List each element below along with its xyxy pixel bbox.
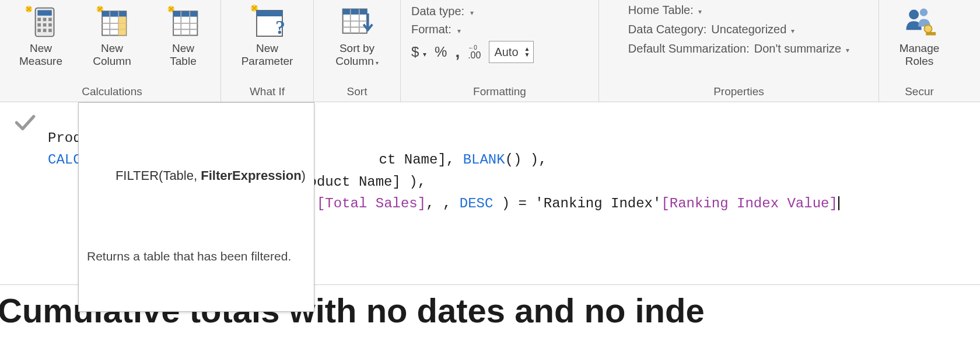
group-security: Manage Roles Secur xyxy=(879,0,951,102)
formula-bar[interactable]: Prod CALCct Name], BLANK() ), FILTER( VA… xyxy=(0,102,980,285)
svg-rect-14 xyxy=(102,11,126,16)
svg-rect-32 xyxy=(343,9,367,15)
table-column-icon xyxy=(93,4,131,41)
percent-button[interactable]: % xyxy=(435,44,447,60)
manage-roles-label: Manage Roles xyxy=(900,42,940,68)
formula-blank-fn: BLANK xyxy=(463,152,505,168)
svg-rect-40 xyxy=(926,32,936,36)
data-type-label: Data type: xyxy=(411,5,464,18)
group-whatif: ? New Parameter What If xyxy=(221,0,314,102)
svg-rect-2 xyxy=(37,10,51,15)
group-title-calculations: Calculations xyxy=(82,83,142,102)
format-dropdown[interactable] xyxy=(457,23,461,36)
formula-total-sales: [Total Sales] xyxy=(317,196,426,211)
svg-rect-10 xyxy=(43,29,47,32)
svg-rect-6 xyxy=(37,23,41,27)
group-calculations: New Measure xyxy=(4,0,221,102)
new-column-label: New Column xyxy=(93,42,131,68)
svg-rect-5 xyxy=(48,18,52,22)
svg-rect-7 xyxy=(43,23,47,27)
new-parameter-label: New Parameter xyxy=(242,42,293,68)
spinner-arrows-icon[interactable]: ▲▼ xyxy=(524,46,530,58)
decimal-places-spinner[interactable]: Auto ▲▼ xyxy=(489,41,534,63)
calculator-icon xyxy=(22,4,60,41)
group-title-sort: Sort xyxy=(347,83,368,102)
new-measure-button[interactable]: New Measure xyxy=(12,2,70,68)
formula-ranking-col: [Ranking Index Value] xyxy=(661,196,837,211)
group-title-whatif: What If xyxy=(250,83,285,102)
svg-rect-22 xyxy=(173,11,197,16)
formula-text[interactable]: Prod CALCct Name], BLANK() ), FILTER( VA… xyxy=(46,106,839,280)
group-formatting: Data type: Format: $ ▾ % , ←0 .00 Auto ▲… xyxy=(401,0,599,102)
intellisense-tooltip: FILTER(Table, FilterExpression) Returns … xyxy=(78,102,314,312)
currency-button[interactable]: $ ▾ xyxy=(411,44,426,60)
sort-icon xyxy=(338,4,376,41)
commit-check-button[interactable] xyxy=(5,106,46,135)
group-title-security: Secur xyxy=(905,83,934,102)
new-column-button[interactable]: New Column xyxy=(83,2,141,68)
group-title-properties: Properties xyxy=(713,83,764,102)
roles-icon xyxy=(901,4,938,41)
sort-by-column-label: Sort by Column xyxy=(335,42,378,68)
tooltip-signature: FILTER(Table, FilterExpression) xyxy=(87,146,306,206)
home-table-label: Home Table: xyxy=(628,4,694,17)
summarization-label: Default Summarization: xyxy=(628,42,750,55)
svg-text:?: ? xyxy=(275,16,285,38)
tooltip-description: Returns a table that has been filtered. xyxy=(87,247,306,266)
format-label: Format: xyxy=(411,23,452,36)
formula-line2-suffix2: () ), xyxy=(505,152,547,168)
group-title-formatting: Formatting xyxy=(411,83,588,102)
svg-rect-11 xyxy=(48,29,52,32)
group-sort: Sort by Column Sort xyxy=(314,0,401,102)
formula-line2-suffix1: ct Name], xyxy=(379,152,463,168)
ribbon-toolbar: New Measure xyxy=(0,0,980,102)
svg-point-37 xyxy=(909,9,919,19)
new-table-button[interactable]: New Table xyxy=(154,2,212,68)
svg-rect-8 xyxy=(48,23,52,27)
thousands-button[interactable]: , xyxy=(455,43,460,61)
summarization-value: Don't summarize xyxy=(754,42,841,55)
parameter-icon: ? xyxy=(249,4,286,41)
data-category-dropdown[interactable] xyxy=(791,23,794,36)
svg-rect-3 xyxy=(37,18,41,22)
new-measure-label: New Measure xyxy=(19,42,62,68)
text-cursor xyxy=(838,196,839,210)
table-icon xyxy=(164,4,202,41)
svg-rect-19 xyxy=(118,17,126,36)
data-category-value: Uncategorized xyxy=(711,23,786,36)
formula-line4-after: ) = 'Ranking Index' xyxy=(493,196,661,211)
formula-line1-prefix: Prod xyxy=(48,130,82,146)
home-table-dropdown[interactable] xyxy=(698,4,702,17)
formula-line2-calc: CALC xyxy=(48,152,82,168)
svg-rect-29 xyxy=(257,11,282,16)
manage-roles-button[interactable]: Manage Roles xyxy=(887,2,951,68)
group-properties: Home Table: Data Category: Uncategorized… xyxy=(599,0,879,102)
svg-rect-4 xyxy=(43,18,47,22)
new-table-label: New Table xyxy=(170,42,196,68)
sort-by-column-button[interactable]: Sort by Column xyxy=(322,2,392,68)
decimal-places-value: Auto xyxy=(494,46,518,59)
svg-point-38 xyxy=(920,9,928,16)
decimal-icon[interactable]: ←0 .00 xyxy=(468,46,481,61)
data-type-dropdown[interactable] xyxy=(470,5,474,18)
svg-point-39 xyxy=(924,25,932,33)
new-parameter-button[interactable]: ? New Parameter xyxy=(229,2,305,68)
svg-rect-9 xyxy=(37,29,41,32)
summarization-dropdown[interactable] xyxy=(846,42,849,55)
data-category-label: Data Category: xyxy=(628,23,707,36)
formula-line4-mid: , , xyxy=(426,196,460,211)
formula-desc-kw: DESC xyxy=(460,196,494,211)
